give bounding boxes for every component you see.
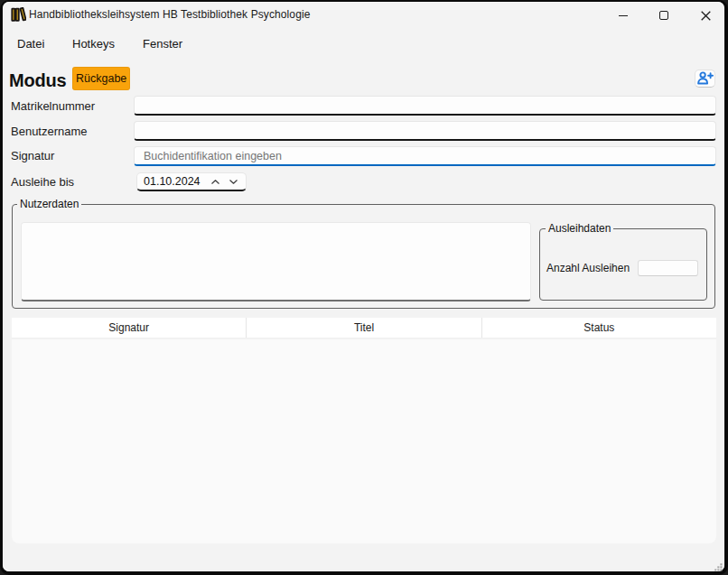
anzahl-ausleihen-input[interactable] <box>638 260 698 276</box>
column-header-titel[interactable]: Titel <box>246 318 481 338</box>
ausleihdaten-legend: Ausleihdaten <box>546 222 613 236</box>
benutzername-label: Benutzername <box>11 125 88 138</box>
column-header-status[interactable]: Status <box>481 318 716 338</box>
close-button[interactable] <box>692 4 719 27</box>
column-header-signatur[interactable]: Signatur <box>12 318 246 338</box>
ausleihe-bis-date-field[interactable]: 01.10.2024 <box>136 172 247 191</box>
nutzerdaten-legend: Nutzerdaten <box>17 198 81 211</box>
signatur-label: Signatur <box>11 149 54 162</box>
menu-fenster[interactable]: Fenster <box>143 37 182 51</box>
menubar: Datei Hotkeys Fenster <box>0 37 728 51</box>
date-increment-button[interactable] <box>206 173 224 190</box>
add-user-icon <box>696 71 714 86</box>
chevron-up-icon <box>211 180 219 184</box>
table-body <box>12 339 716 543</box>
menu-hotkeys[interactable]: Hotkeys <box>72 37 115 51</box>
app-window: Handbibliotheksleihsystem HB Testbibliot… <box>0 0 728 575</box>
date-decrement-button[interactable] <box>224 173 242 190</box>
table-header: Signatur Titel Status <box>12 318 716 339</box>
page-title: Modus <box>9 70 66 91</box>
ausleihe-bis-value: 01.10.2024 <box>144 175 201 189</box>
minimize-icon <box>619 15 628 16</box>
resize-grip[interactable] <box>713 561 723 571</box>
window-title: Handbibliotheksleihsystem HB Testbibliot… <box>29 9 310 21</box>
mode-badge: Rückgabe <box>72 67 130 90</box>
matrikelnummer-label: Matrikelnummer <box>11 99 95 113</box>
screen: Handbibliotheksleihsystem HB Testbibliot… <box>0 0 728 575</box>
chevron-down-icon <box>229 180 238 184</box>
close-icon <box>701 11 711 21</box>
add-user-button[interactable] <box>695 70 715 88</box>
minimize-button[interactable] <box>610 4 637 27</box>
maximize-icon <box>659 11 668 20</box>
ausleihe-bis-label: Ausleihe bis <box>11 175 74 189</box>
nutzerdaten-textarea[interactable] <box>21 222 531 301</box>
app-books-icon <box>11 7 26 23</box>
maximize-button[interactable] <box>650 4 677 27</box>
menu-datei[interactable]: Datei <box>17 37 44 51</box>
matrikelnummer-input[interactable] <box>134 96 716 116</box>
anzahl-ausleihen-label: Anzahl Ausleihen <box>546 263 630 274</box>
signatur-input[interactable] <box>134 146 716 166</box>
benutzername-input[interactable] <box>134 121 716 141</box>
